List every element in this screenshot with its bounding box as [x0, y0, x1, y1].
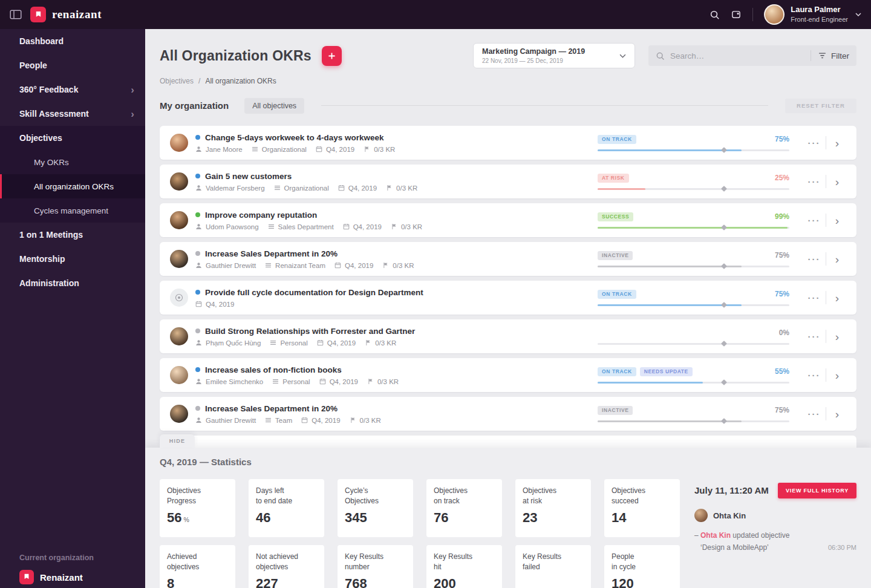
row-open-button[interactable]: › [826, 215, 848, 226]
meta-text: 0/3 KR [375, 339, 396, 347]
breadcrumb-objectives[interactable]: Objectives [160, 77, 194, 85]
sidebar-toggle-button[interactable] [10, 10, 22, 19]
row-open-button[interactable]: › [826, 253, 848, 265]
sidebar-item-360-feedback[interactable]: 360° Feedback› [0, 77, 145, 102]
row-open-button[interactable]: › [826, 370, 848, 381]
progress-percent: 99% [775, 212, 789, 221]
row-controls: ···› [803, 291, 848, 304]
search-icon[interactable] [710, 10, 720, 20]
cycle-selector[interactable]: Marketing Campaign — 2019 22 Nov, 2019 —… [473, 43, 635, 68]
statistics-title: Q4, 2019 — Statistics [160, 457, 856, 467]
okr-row[interactable]: Improve company reputationUdom PaowsongS… [160, 203, 856, 237]
okr-main: Gain 5 new customersValdemar ForsbergOrg… [195, 172, 417, 192]
row-open-button[interactable]: › [826, 408, 848, 420]
sidebar-item-objectives[interactable]: Objectives [0, 126, 145, 150]
progress-bar [598, 420, 789, 422]
target-marker-icon [721, 418, 727, 424]
row-menu-button[interactable]: ··· [803, 409, 826, 419]
progress-bar [598, 304, 789, 306]
meta-flag: 0/3 KR [382, 262, 414, 269]
filter-button[interactable]: Filter [818, 51, 849, 60]
sidebar-item-dashboard[interactable]: Dashboard [0, 29, 145, 53]
category-icon [252, 146, 258, 152]
meta-text: Q4, 2019 [312, 417, 340, 424]
okr-row[interactable]: Build Strong Relationships with Forreste… [160, 319, 856, 353]
add-objective-button[interactable] [322, 46, 342, 66]
meta-person: Valdemar Forsberg [195, 185, 265, 192]
activity-actor-link[interactable]: Ohta Kin [700, 531, 731, 540]
sidebar-item-cycles-management[interactable]: Cycles management [0, 198, 145, 223]
sidebar-item-skill-assessment[interactable]: Skill Assessment› [0, 102, 145, 126]
row-menu-button[interactable]: ··· [803, 370, 826, 381]
sidebar-item-1-on-1-meetings[interactable]: 1 on 1 Meetings [0, 223, 145, 247]
meta-text: 0/3 KR [396, 185, 417, 192]
row-menu-button[interactable]: ··· [803, 138, 826, 148]
row-open-button[interactable]: › [826, 176, 848, 188]
stat-label: Cycle’sObjectives [345, 486, 406, 507]
sidebar-item-mentorship[interactable]: Mentorship [0, 247, 145, 271]
tab-all-objectives[interactable]: All objectives [244, 98, 304, 114]
avatar [170, 405, 188, 423]
okr-row[interactable]: Provide full cycle documentation for Des… [160, 281, 856, 315]
progress-bar [598, 227, 789, 229]
search-input[interactable] [670, 51, 803, 60]
status-dot [195, 251, 200, 256]
brand-mark-icon [30, 7, 46, 22]
category-icon [272, 378, 279, 385]
row-controls: ···› [803, 136, 848, 149]
row-menu-button[interactable]: ··· [803, 293, 826, 303]
okr-main: Provide full cycle documentation for Des… [195, 288, 423, 308]
person-icon [195, 223, 202, 230]
filter-label: Filter [831, 51, 849, 60]
sidebar-item-my-okrs[interactable]: My OKRs [0, 150, 145, 174]
okr-row[interactable]: Increase Sales Department in 20%Gauthier… [160, 242, 856, 276]
status-badge: AT RISK [598, 174, 629, 183]
brand-logo: renaizant [30, 7, 102, 22]
hide-statistics-button[interactable]: HIDE [160, 434, 195, 448]
row-menu-button[interactable]: ··· [803, 177, 826, 187]
meta-flag: 0/3 KR [365, 339, 396, 347]
profile-menu[interactable]: Laura Palmer Front-end Engineer [764, 4, 861, 25]
entry-object: ‘Design a MobileApp’ [700, 542, 769, 554]
okr-row[interactable]: Increase sales of non-fiction booksEmile… [160, 358, 856, 392]
row-open-button[interactable]: › [826, 331, 848, 342]
statistics-panel: HIDE Q4, 2019 — Statistics ObjectivesPro… [145, 448, 871, 588]
okr-row[interactable]: Increase Sales Department in 20%Gauthier… [160, 397, 856, 431]
row-menu-button[interactable]: ··· [803, 254, 826, 264]
meta-flag: 0/3 KR [391, 223, 422, 230]
meta-calendar: Q4, 2019 [317, 339, 356, 347]
view-full-history-button[interactable]: VIEW FULL HISTORY [778, 483, 856, 498]
panel-icon [10, 10, 22, 19]
okr-row[interactable]: Change 5-days workweek to 4-days workwee… [160, 126, 856, 160]
row-menu-button[interactable]: ··· [803, 332, 826, 342]
stat-card: Achievedobjectives8 [160, 545, 235, 588]
row-open-button[interactable]: › [826, 292, 848, 304]
sidebar-item-all-organization-okrs[interactable]: All organization OKRs [0, 174, 145, 198]
sidebar-item-people[interactable]: People [0, 53, 145, 77]
status-dot [195, 290, 200, 295]
meta-text: Q4, 2019 [326, 146, 354, 153]
organization-switcher[interactable]: Renaizant [19, 570, 126, 584]
progress-percent: 75% [775, 290, 789, 298]
okr-row[interactable]: Gain 5 new customersValdemar ForsbergOrg… [160, 165, 856, 198]
sidebar-item-administration[interactable]: Administration [0, 271, 145, 295]
cycle-date-range: 22 Nov, 2019 — 25 Dec, 2019 [482, 57, 585, 64]
notifications-icon[interactable] [731, 10, 742, 20]
okr-title: Increase sales of non-fiction books [205, 365, 342, 374]
topbar: renaizant Laura Palmer Front-end Enginee… [0, 0, 871, 29]
avatar [170, 211, 188, 229]
user-name: Laura Palmer [791, 5, 848, 15]
okr-progress: SUCCESS99% [598, 212, 789, 229]
tab-my-organization[interactable]: My organization [160, 100, 229, 111]
meta-person: Gauthier Drewitt [195, 262, 256, 269]
reset-filter-button[interactable]: RESET FILTER [785, 99, 856, 113]
row-open-button[interactable]: › [826, 137, 848, 149]
stat-value: 14 [612, 511, 673, 525]
activity-timestamp: July 11, 11:20 AM [694, 485, 769, 495]
row-menu-button[interactable]: ··· [803, 215, 826, 226]
meta-text: 0/3 KR [393, 262, 414, 269]
flag-icon [367, 378, 374, 385]
divider [811, 50, 811, 61]
flag-icon [364, 146, 370, 152]
page-title: All Organization OKRs [160, 48, 312, 64]
